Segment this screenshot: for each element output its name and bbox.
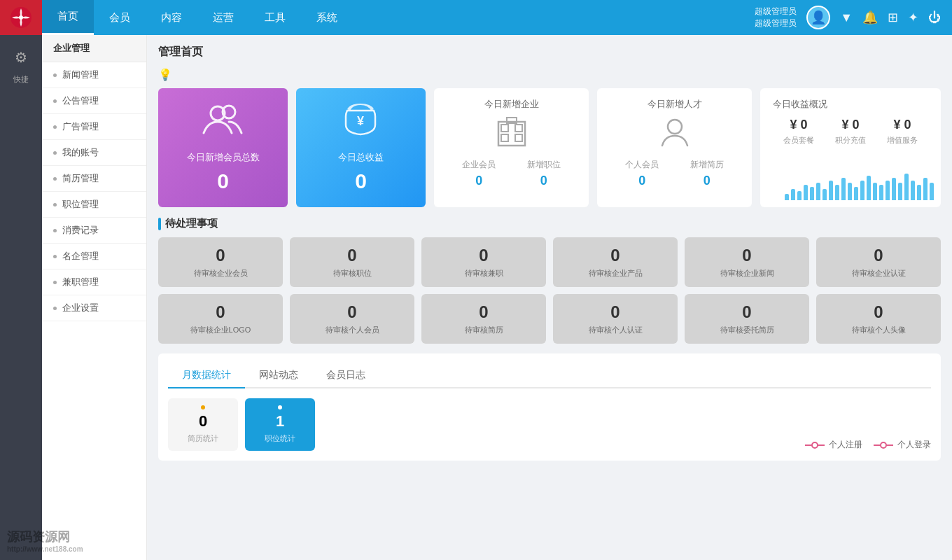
menu-item-news[interactable]: 新闻管理 — [42, 62, 146, 88]
menu-label-news: 新闻管理 — [62, 69, 99, 81]
chart-bar — [911, 181, 915, 201]
chart-bar — [829, 181, 833, 201]
svg-text:¥: ¥ — [357, 114, 364, 128]
mini-stat-resume[interactable]: 0 简历统计 — [168, 398, 238, 451]
earnings-amount-1: ¥ 0 — [841, 118, 859, 132]
stat-purple-value: 0 — [217, 169, 229, 193]
menu-item-famous[interactable]: 名企管理 — [42, 244, 146, 270]
nav-items: 首页 会员 内容 运营 工具 系统 — [42, 0, 755, 35]
svg-rect-9 — [515, 134, 522, 141]
talent-title: 今日新增人才 — [610, 98, 739, 111]
pending-grid: 0 待审核企业会员 0 待审核职位 0 待审核兼职 0 待审核企业产品 0 — [158, 237, 941, 344]
bar-chart — [785, 172, 934, 200]
revenue-icon: ¥ — [342, 102, 380, 146]
mini-stat-position-val: 1 — [258, 412, 302, 430]
stats-row: 今日新增会员总数 0 ¥ 今日总收益 0 — [158, 88, 941, 207]
chart-bar — [835, 185, 839, 200]
pending-num-0: 0 — [216, 246, 225, 265]
pending-num-4: 0 — [742, 246, 751, 265]
tabs-row: 月数据统计 网站动态 会员日志 — [168, 363, 931, 388]
menu-item-account[interactable]: 我的账号 — [42, 140, 146, 166]
earnings-row: ¥ 0 会员套餐 ¥ 0 积分充值 ¥ 0 增值服务 — [773, 118, 928, 146]
pending-item-6[interactable]: 0 待审核企业LOGO — [158, 294, 283, 344]
star-icon[interactable]: ✦ — [908, 10, 918, 25]
tab-member-log[interactable]: 会员日志 — [312, 363, 379, 387]
nav-right: 超级管理员 超级管理员 👤 ▼ 🔔 ⊞ ✦ ⏻ — [755, 6, 952, 29]
pending-num-5: 0 — [874, 246, 883, 265]
nav-content[interactable]: 内容 — [146, 0, 197, 35]
menu-item-resume[interactable]: 简历管理 — [42, 166, 146, 192]
stat-blue-label: 今日总收益 — [338, 151, 384, 164]
pending-label-3: 待审核企业产品 — [589, 268, 643, 279]
svg-rect-6 — [501, 125, 508, 132]
grid-icon[interactable]: ⊞ — [888, 10, 898, 25]
nav-operations[interactable]: 运营 — [197, 0, 249, 35]
menu-item-settings[interactable]: 企业设置 — [42, 295, 146, 321]
chart-bar — [923, 178, 927, 200]
pending-item-10[interactable]: 0 待审核委托简历 — [685, 294, 809, 344]
dropdown-icon[interactable]: ▼ — [840, 10, 853, 25]
tab-monthly[interactable]: 月数据统计 — [168, 363, 245, 387]
earnings-label-1: 积分充值 — [835, 135, 866, 146]
nav-home[interactable]: 首页 — [42, 0, 94, 35]
main-layout: ⚙ 快捷 企业管理 新闻管理 公告管理 广告管理 我的账号 简历管理 职位管理 — [0, 35, 952, 560]
pending-item-11[interactable]: 0 待审核个人头像 — [816, 294, 941, 344]
top-navigation: 首页 会员 内容 运营 工具 系统 超级管理员 超级管理员 👤 ▼ 🔔 ⊞ ✦ … — [0, 0, 952, 35]
dot-icon — [53, 255, 57, 258]
chart-bar — [867, 176, 871, 200]
menu-item-notice[interactable]: 公告管理 — [42, 88, 146, 114]
dot-icon — [53, 281, 57, 284]
avatar[interactable]: 👤 — [806, 6, 830, 29]
legend-label-login: 个人登录 — [897, 439, 931, 451]
pending-item-7[interactable]: 0 待审核个人会员 — [290, 294, 414, 344]
nav-member[interactable]: 会员 — [94, 0, 146, 35]
pending-item-1[interactable]: 0 待审核职位 — [290, 237, 414, 287]
pending-label-9: 待审核个人认证 — [589, 325, 643, 335]
pending-item-3[interactable]: 0 待审核企业产品 — [553, 237, 678, 287]
chart-bar — [848, 183, 852, 200]
pending-item-0[interactable]: 0 待审核企业会员 — [158, 237, 283, 287]
enterprise-values: 0 0 — [447, 174, 576, 188]
chart-bar — [797, 191, 802, 200]
dot-icon — [53, 125, 57, 129]
power-icon[interactable]: ⏻ — [928, 10, 941, 25]
dot-icon — [53, 203, 57, 206]
menu-label-position: 职位管理 — [62, 198, 99, 211]
pending-label-11: 待审核个人头像 — [852, 325, 906, 335]
talent-values: 0 0 — [610, 174, 739, 188]
chart-bar — [841, 178, 846, 200]
earnings-card: 今日收益概况 ¥ 0 会员套餐 ¥ 0 积分充值 ¥ 0 增值服务 — [760, 88, 941, 207]
mini-stat-position-label: 职位统计 — [258, 433, 302, 444]
pending-label-6: 待审核企业LOGO — [190, 325, 251, 335]
chart-bar — [898, 183, 902, 200]
pending-num-8: 0 — [479, 302, 488, 322]
earnings-amount-2: ¥ 0 — [893, 118, 911, 132]
stat-purple-label: 今日新增会员总数 — [187, 151, 260, 164]
tab-dynamics[interactable]: 网站动态 — [245, 363, 312, 387]
dot-icon — [53, 74, 57, 77]
nav-system[interactable]: 系统 — [301, 0, 353, 35]
sidebar-gear-icon[interactable]: ⚙ — [8, 42, 34, 73]
chart-bar — [892, 178, 896, 200]
menu-item-parttime[interactable]: 兼职管理 — [42, 270, 146, 295]
menu-item-consume[interactable]: 消费记录 — [42, 218, 146, 244]
pending-num-9: 0 — [610, 302, 620, 322]
left-menu: 企业管理 新闻管理 公告管理 广告管理 我的账号 简历管理 职位管理 消费记录 — [42, 35, 147, 560]
pending-item-4[interactable]: 0 待审核企业新闻 — [685, 237, 809, 287]
bell-icon[interactable]: 🔔 — [862, 10, 878, 25]
earnings-item-1: ¥ 0 积分充值 — [835, 118, 866, 146]
pending-item-5[interactable]: 0 待审核企业认证 — [816, 237, 941, 287]
pending-item-8[interactable]: 0 待审核简历 — [421, 294, 546, 344]
nav-tools[interactable]: 工具 — [249, 0, 301, 35]
menu-item-position[interactable]: 职位管理 — [42, 192, 146, 218]
pending-label-1: 待审核职位 — [333, 268, 372, 279]
pending-item-9[interactable]: 0 待审核个人认证 — [553, 294, 678, 344]
tabs-section: 月数据统计 网站动态 会员日志 0 简历统计 1 职位统计 — [158, 354, 941, 461]
enterprise-title: 今日新增企业 — [447, 98, 576, 111]
chart-bar — [791, 189, 795, 200]
pending-item-2[interactable]: 0 待审核兼职 — [421, 237, 546, 287]
mini-stat-position[interactable]: 1 职位统计 — [245, 398, 315, 451]
menu-item-ads[interactable]: 广告管理 — [42, 114, 146, 140]
svg-point-1 — [19, 15, 23, 20]
legend-item-register: 个人注册 — [805, 439, 862, 451]
